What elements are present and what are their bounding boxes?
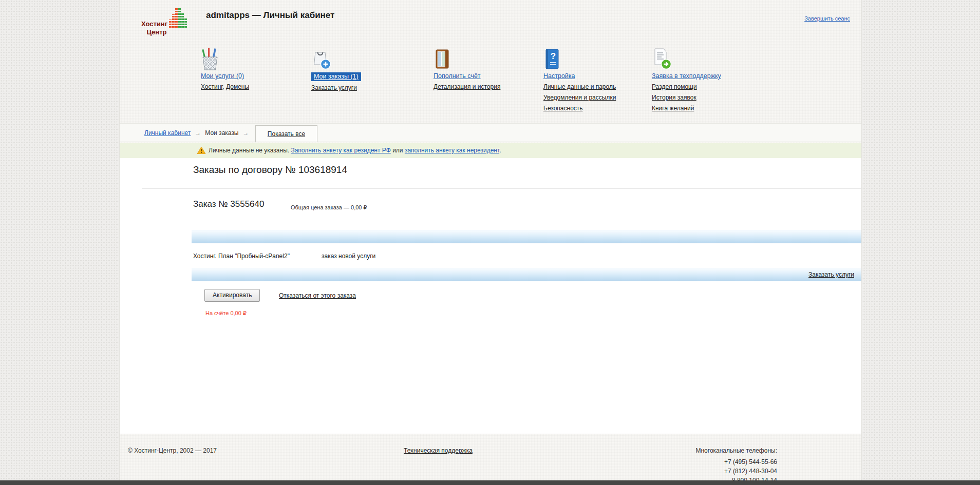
warning-prefix: Личные данные не указаны. xyxy=(209,147,291,154)
svg-text:?: ? xyxy=(551,51,556,61)
heading-divider xyxy=(142,188,861,189)
activate-button[interactable]: Активировать xyxy=(204,289,260,302)
nav-link-domains[interactable]: Домены xyxy=(226,83,249,90)
service-status: заказ новой услуги xyxy=(322,253,375,260)
pencil-cup-icon[interactable] xyxy=(201,44,309,71)
fill-form-resident-link[interactable]: Заполнить анкету как резидент РФ xyxy=(291,147,390,154)
wallet-icon[interactable] xyxy=(434,44,541,71)
nav-link-notifications[interactable]: Уведомления и рассылки xyxy=(543,92,651,103)
nav-link-personal-data-password[interactable]: Личные данные и пароль xyxy=(543,82,651,92)
logout-link[interactable]: Завершить сеанс xyxy=(804,15,850,22)
bottom-strip xyxy=(0,480,980,485)
main-content: Заказы по договору № 103618914 Заказ № 3… xyxy=(120,158,861,434)
balance-note: На счёте 0,00 ₽ xyxy=(205,310,247,317)
logo[interactable]: Хостинг Центр xyxy=(141,7,203,36)
nav-column-my-orders: Мои заказы (1) Заказать услуги xyxy=(311,44,419,93)
order-header-bar xyxy=(192,230,861,243)
phone-number: +7 (812) 448-30-04 xyxy=(695,467,777,476)
orders-heading: Заказы по договору № 103618914 xyxy=(193,164,347,176)
support-request-icon[interactable] xyxy=(652,44,760,71)
footer: © Хостинг-Центр, 2002 — 2017 Техническая… xyxy=(120,434,861,480)
footer-phones: Многоканальные телефоны: +7 (495) 544-55… xyxy=(695,447,777,485)
nav-column-my-services: Мои услуги (0) Хостинг, Домены xyxy=(201,44,309,92)
nav-link-help-section[interactable]: Раздел помощи xyxy=(652,82,760,92)
nav-link-support-request[interactable]: Заявка в техподдержку xyxy=(652,72,721,80)
breadcrumb: Личный кабинет → Мои заказы → xyxy=(144,124,253,142)
breadcrumb-arrow-icon: → xyxy=(242,129,249,137)
shopping-bag-plus-icon[interactable] xyxy=(311,44,419,71)
logo-text-line2: Центр xyxy=(141,28,172,36)
nav-link-wish-book[interactable]: Книга желаний xyxy=(652,103,760,114)
order-footer-bar: Заказать услуги xyxy=(192,268,861,281)
nav-column-support: Заявка в техподдержку Раздел помощи Исто… xyxy=(652,44,760,114)
nav-link-details-history[interactable]: Детализация и история xyxy=(434,82,541,92)
decline-order-link[interactable]: Отказаться от этого заказа xyxy=(279,292,356,299)
logo-text-line1: Хостинг xyxy=(141,21,167,28)
separator: , xyxy=(222,83,226,90)
breadcrumb-link-cabinet[interactable]: Личный кабинет xyxy=(144,129,191,137)
breadcrumb-bar: Личный кабинет → Мои заказы → Показать в… xyxy=(120,123,861,142)
order-total: Общая цена заказа — 0,00 ₽ xyxy=(291,204,367,211)
fill-form-nonresident-link[interactable]: заполнить анкету как нерезидент xyxy=(405,147,499,154)
warning-connector: или xyxy=(391,147,405,154)
help-book-icon[interactable]: ? xyxy=(543,44,651,71)
support-link[interactable]: Техническая поддержка xyxy=(404,447,473,454)
nav-link-order-services[interactable]: Заказать услуги xyxy=(311,83,419,93)
nav-link-my-services[interactable]: Мои услуги (0) xyxy=(201,72,244,80)
service-name: Хостинг. План "Пробный-cPanel2" xyxy=(193,253,290,260)
nav-link-my-orders[interactable]: Мои заказы (1) xyxy=(311,72,361,81)
tab-show-all[interactable]: Показать все xyxy=(255,125,317,142)
nav-link-hosting[interactable]: Хостинг xyxy=(201,83,222,90)
nav-column-top-up: Пополнить счёт Детализация и история xyxy=(434,44,541,92)
phones-title: Многоканальные телефоны: xyxy=(695,447,777,454)
nav-link-settings[interactable]: Настройка xyxy=(543,72,575,80)
show-all-link[interactable]: Показать все xyxy=(268,130,305,138)
nav-link-requests-history[interactable]: История заявок xyxy=(652,92,760,103)
page-title: admitapps — Личный кабинет xyxy=(206,10,334,21)
nav-column-settings: ? Настройка Личные данные и пароль Уведо… xyxy=(543,44,651,114)
footer-copyright: © Хостинг-Центр, 2002 — 2017 xyxy=(128,447,217,454)
phone-number: +7 (495) 544-55-66 xyxy=(695,457,777,467)
page-container: Хостинг Центр admitapps — Личный кабинет… xyxy=(119,0,862,485)
warning-banner: Личные данные не указаны. Заполнить анке… xyxy=(120,143,861,158)
warning-suffix: . xyxy=(499,147,501,154)
breadcrumb-arrow-icon: → xyxy=(195,129,201,137)
breadcrumb-current: Мои заказы xyxy=(205,129,238,137)
warning-text: Личные данные не указаны. Заполнить анке… xyxy=(209,147,501,154)
order-title: Заказ № 3555640 xyxy=(193,199,264,209)
nav-link-top-up-account[interactable]: Пополнить счёт xyxy=(434,72,481,80)
warning-triangle-icon xyxy=(197,146,206,156)
nav-link-security[interactable]: Безопасность xyxy=(543,103,651,114)
order-services-link[interactable]: Заказать услуги xyxy=(808,268,854,281)
logo-bars-icon xyxy=(169,7,187,28)
